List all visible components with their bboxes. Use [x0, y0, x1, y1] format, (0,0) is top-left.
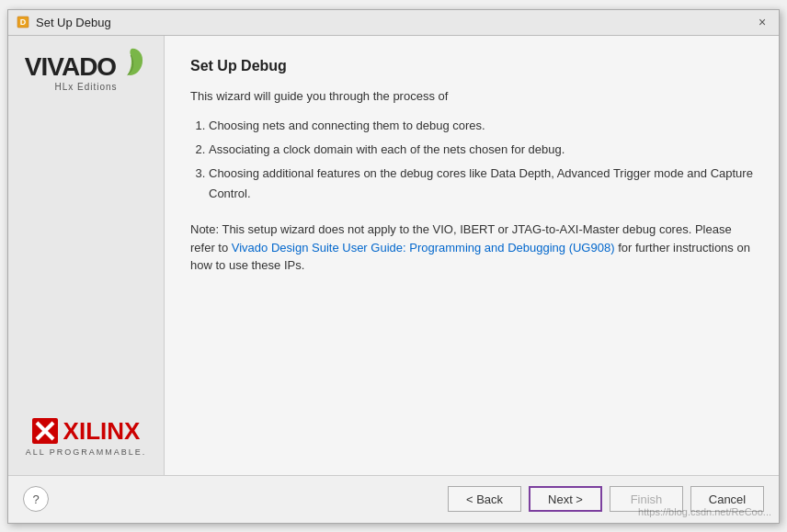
xilinx-x-icon — [32, 418, 58, 444]
steps-list: Choosing nets and connecting them to deb… — [209, 116, 753, 208]
ug908-link[interactable]: Vivado Design Suite User Guide: Programm… — [232, 241, 615, 255]
vivado-leaf-icon — [118, 47, 147, 80]
back-button[interactable]: < Back — [448, 486, 521, 512]
vivado-text: VIVADO — [25, 54, 147, 80]
dialog-icon: D — [16, 15, 30, 29]
help-button[interactable]: ? — [23, 486, 49, 512]
svg-text:D: D — [20, 17, 27, 27]
step-2: Associating a clock domain with each of … — [209, 140, 753, 160]
vivado-logo: VIVADO HLx Editions — [25, 54, 147, 92]
step-3: Choosing additional features on the debu… — [209, 164, 753, 204]
content-title: Set Up Debug — [190, 58, 753, 74]
step-1: Choosing nets and connecting them to deb… — [209, 116, 753, 136]
watermark: https://blog.csdn.net/ReCoo... — [638, 506, 771, 517]
note-text: Note: This setup wizard does not apply t… — [190, 221, 753, 275]
sidebar: VIVADO HLx Editions XILINX — [8, 36, 165, 475]
content-spacer — [190, 282, 753, 464]
title-bar: D Set Up Debug × — [8, 10, 779, 36]
dialog-title: Set Up Debug — [36, 16, 753, 29]
intro-text: This wizard will guide you through the p… — [190, 87, 753, 106]
xilinx-text: XILINX — [32, 417, 141, 446]
xilinx-subtitle: ALL PROGRAMMABLE. — [26, 447, 147, 457]
next-button[interactable]: Next > — [529, 486, 602, 512]
main-content: Set Up Debug This wizard will guide you … — [165, 36, 779, 475]
close-button[interactable]: × — [753, 13, 771, 31]
xilinx-logo: XILINX ALL PROGRAMMABLE. — [26, 417, 147, 457]
setup-debug-dialog: D Set Up Debug × VIVADO HLx Editions — [7, 9, 780, 524]
vivado-subtitle: HLx Editions — [54, 82, 117, 92]
dialog-body: VIVADO HLx Editions XILINX — [8, 36, 779, 475]
